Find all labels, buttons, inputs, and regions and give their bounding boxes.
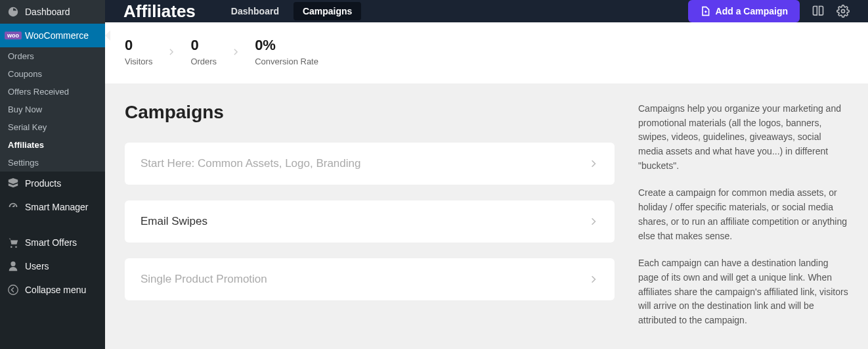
- collapse-icon: [7, 283, 20, 296]
- stat-label: Visitors: [125, 57, 152, 66]
- campaign-title: Email Swipes: [141, 215, 207, 228]
- page-title: Affiliates: [123, 1, 196, 22]
- cart-icon: [7, 236, 20, 249]
- content-area: Campaigns Start Here: Common Assets, Log…: [105, 83, 868, 349]
- sidebar-label: WooCommerce: [25, 30, 89, 41]
- add-campaign-button[interactable]: Add a Campaign: [688, 0, 800, 22]
- campaign-title: Start Here: Common Assets, Logo, Brandin…: [141, 157, 360, 170]
- sidebar-label: Products: [25, 178, 61, 189]
- help-text: Campaigns help you organize your marketi…: [638, 102, 848, 173]
- stat-value: 0: [125, 37, 152, 54]
- plus-document-icon: [700, 6, 710, 16]
- submenu-offers[interactable]: Offers Received: [0, 83, 105, 101]
- tab-dashboard[interactable]: Dashboard: [222, 2, 288, 20]
- book-icon[interactable]: [812, 5, 825, 18]
- campaigns-column: Campaigns Start Here: Common Assets, Log…: [125, 102, 615, 341]
- products-icon: [7, 177, 20, 190]
- sidebar-item-dashboard[interactable]: Dashboard: [0, 0, 105, 24]
- woocommerce-icon: woo: [7, 29, 20, 42]
- sidebar-item-smart-offers[interactable]: Smart Offers: [0, 231, 105, 254]
- topbar: Affiliates Dashboard Campaigns Add a Cam…: [105, 0, 868, 22]
- svg-point-1: [842, 10, 845, 13]
- help-text: Each campaign can have a destination lan…: [638, 256, 848, 327]
- stat-label: Orders: [190, 57, 217, 66]
- submenu-affiliates[interactable]: Affiliates: [0, 136, 105, 154]
- campaign-card-starter[interactable]: Start Here: Common Assets, Logo, Brandin…: [125, 143, 615, 185]
- submenu-serial[interactable]: Serial Key: [0, 118, 105, 136]
- submenu-coupons[interactable]: Coupons: [0, 65, 105, 83]
- stat-orders: 0 Orders: [190, 37, 217, 66]
- sidebar-item-smart-manager[interactable]: Smart Manager: [0, 195, 105, 219]
- sidebar-item-users[interactable]: Users: [0, 254, 105, 278]
- user-icon: [7, 260, 20, 273]
- sidebar-label: Smart Offers: [25, 237, 77, 248]
- sidebar-item-products[interactable]: Products: [0, 172, 105, 195]
- submenu-orders[interactable]: Orders: [0, 47, 105, 65]
- stat-value: 0%: [255, 37, 318, 54]
- campaign-title: Single Product Promotion: [141, 273, 267, 286]
- gauge-icon: [7, 200, 20, 214]
- submenu-buynow[interactable]: Buy Now: [0, 101, 105, 118]
- help-sidebar: Campaigns help you organize your marketi…: [638, 102, 848, 341]
- section-heading: Campaigns: [125, 102, 615, 123]
- admin-sidebar: Dashboard woo WooCommerce Orders Coupons…: [0, 0, 105, 349]
- dashboard-icon: [7, 5, 20, 18]
- campaign-card-single-product[interactable]: Single Product Promotion: [125, 258, 615, 300]
- chevron-right-icon: [167, 47, 176, 57]
- chevron-right-icon: [588, 274, 599, 285]
- sidebar-item-woocommerce[interactable]: woo WooCommerce: [0, 24, 105, 47]
- main-area: Affiliates Dashboard Campaigns Add a Cam…: [105, 0, 868, 349]
- sidebar-item-collapse[interactable]: Collapse menu: [0, 278, 105, 302]
- tab-campaigns[interactable]: Campaigns: [293, 2, 361, 20]
- sidebar-submenu: Orders Coupons Offers Received Buy Now S…: [0, 47, 105, 172]
- sidebar-label: Collapse menu: [25, 285, 86, 295]
- stat-label: Conversion Rate: [255, 57, 318, 66]
- stat-value: 0: [190, 37, 217, 54]
- stats-bar: 0 Visitors 0 Orders 0% Conversion Rate: [105, 22, 868, 83]
- campaign-card-email-swipes[interactable]: Email Swipes: [125, 200, 615, 243]
- gear-icon[interactable]: [836, 5, 850, 18]
- sidebar-label: Dashboard: [25, 7, 70, 17]
- add-campaign-label: Add a Campaign: [716, 6, 788, 16]
- help-text: Create a campaign for common media asset…: [638, 186, 848, 243]
- chevron-right-icon: [588, 158, 599, 169]
- chevron-right-icon: [231, 47, 240, 57]
- sidebar-label: Smart Manager: [25, 202, 88, 212]
- stat-visitors: 0 Visitors: [125, 37, 152, 66]
- svg-point-0: [9, 285, 18, 294]
- sidebar-label: Users: [25, 261, 49, 271]
- stat-conversion: 0% Conversion Rate: [255, 37, 318, 66]
- chevron-right-icon: [588, 216, 599, 227]
- submenu-settings[interactable]: Settings: [0, 154, 105, 172]
